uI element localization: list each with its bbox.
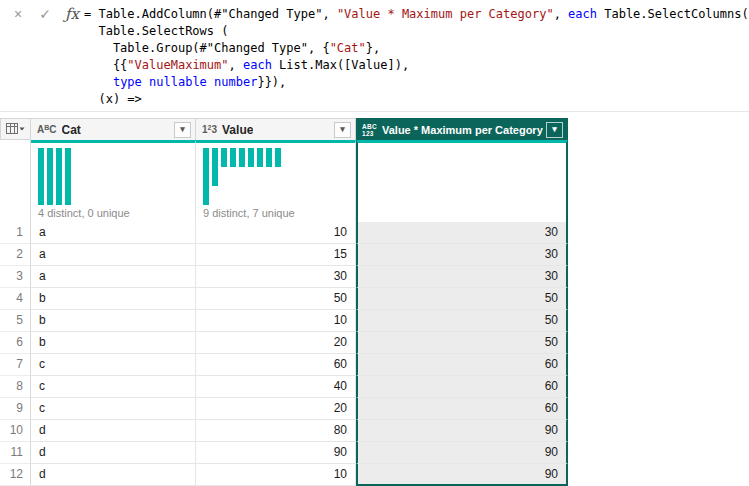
table-row: 3a3030	[0, 266, 749, 288]
table-row: 10d8090	[0, 420, 749, 442]
distinct-unique-text: 4 distinct, 0 unique	[38, 207, 130, 219]
cell-calc[interactable]: 60	[356, 398, 568, 420]
column-profile-value[interactable]: 9 distinct, 7 unique	[196, 140, 356, 222]
formula-segment: Table.Group(#"Changed Type", {	[84, 41, 330, 55]
any-type-abc: ABC	[362, 123, 377, 130]
distribution-bar	[221, 148, 227, 167]
column-header-cat[interactable]: ABCCat▾	[31, 118, 196, 140]
formula-line: = Table.AddColumn(#"Changed Type", "Valu…	[84, 6, 749, 23]
distribution-bar	[56, 148, 62, 205]
formula-line: Table.Group(#"Changed Type", {"Cat"},	[84, 40, 749, 57]
formula-segment: "Value * Maximum per Category"	[337, 7, 554, 21]
cell-value[interactable]: 10	[196, 222, 356, 244]
cell-value[interactable]: 10	[196, 310, 356, 332]
row-number[interactable]: 11	[0, 442, 31, 464]
grid-profile-row: 4 distinct, 0 unique9 distinct, 7 unique	[0, 140, 749, 222]
column-header-value[interactable]: 123Value▾	[196, 118, 356, 140]
formula-segment: Table.SelectRows (	[84, 24, 229, 38]
row-number[interactable]: 4	[0, 288, 31, 310]
data-preview-grid: ABCCat▾123Value▾ABC123Value * Maximum pe…	[0, 118, 749, 486]
any-type-icon[interactable]: ABC123	[362, 123, 377, 137]
commit-checkmark-icon[interactable]: ✓	[36, 4, 54, 24]
cell-calc[interactable]: 30	[356, 244, 568, 266]
row-number[interactable]: 10	[0, 420, 31, 442]
cell-cat[interactable]: b	[31, 310, 196, 332]
row-number[interactable]: 1	[0, 222, 31, 244]
table-row: 8c4060	[0, 376, 749, 398]
formula-code-editor[interactable]: = Table.AddColumn(#"Changed Type", "Valu…	[84, 6, 749, 105]
cell-cat[interactable]: b	[31, 288, 196, 310]
column-header-calc[interactable]: ABC123Value * Maximum per Category▾	[356, 118, 568, 140]
column-label: Cat	[62, 123, 81, 137]
column-profile-calc[interactable]	[356, 140, 568, 222]
filter-dropdown-button[interactable]: ▾	[334, 122, 351, 138]
cell-value[interactable]: 20	[196, 332, 356, 354]
cell-value[interactable]: 15	[196, 244, 356, 266]
cell-value[interactable]: 40	[196, 376, 356, 398]
cell-cat[interactable]: a	[31, 222, 196, 244]
cell-value[interactable]: 50	[196, 288, 356, 310]
cell-cat[interactable]: c	[31, 376, 196, 398]
chevron-down-icon: ▾	[180, 125, 185, 134]
formula-line: {{"ValueMaximum", each List.Max([Value])…	[84, 57, 749, 74]
cell-value[interactable]: 60	[196, 354, 356, 376]
cell-cat[interactable]: a	[31, 244, 196, 266]
cell-cat[interactable]: b	[31, 332, 196, 354]
cell-calc[interactable]: 90	[356, 442, 568, 464]
formula-segment: {{	[84, 58, 127, 72]
cell-value[interactable]: 80	[196, 420, 356, 442]
cell-calc[interactable]: 60	[356, 376, 568, 398]
cell-cat[interactable]: c	[31, 354, 196, 376]
cell-calc[interactable]: 50	[356, 310, 568, 332]
cell-calc[interactable]: 90	[356, 420, 568, 442]
row-number[interactable]: 3	[0, 266, 31, 288]
cell-cat[interactable]: d	[31, 442, 196, 464]
table-menu-icon	[6, 123, 25, 135]
table-row: 5b1050	[0, 310, 749, 332]
row-number[interactable]: 9	[0, 398, 31, 420]
row-number[interactable]: 8	[0, 376, 31, 398]
chevron-down-icon: ▾	[552, 125, 557, 134]
cell-calc[interactable]: 90	[356, 464, 568, 486]
row-number[interactable]: 12	[0, 464, 31, 486]
number-type-icon[interactable]: 123	[202, 124, 217, 135]
distribution-bar	[239, 148, 245, 167]
text-type-icon[interactable]: ABC	[37, 124, 57, 135]
row-number[interactable]: 6	[0, 332, 31, 354]
formula-segment: },	[366, 41, 380, 55]
row-number[interactable]: 2	[0, 244, 31, 266]
fx-icon: ƒx	[63, 4, 81, 24]
cell-calc[interactable]: 50	[356, 332, 568, 354]
cell-calc[interactable]: 30	[356, 266, 568, 288]
formula-segment: ,	[554, 7, 568, 21]
cell-calc[interactable]: 50	[356, 288, 568, 310]
cancel-x-icon[interactable]: ×	[9, 4, 27, 24]
cell-calc[interactable]: 60	[356, 354, 568, 376]
cell-cat[interactable]: a	[31, 266, 196, 288]
filter-dropdown-button[interactable]: ▾	[546, 122, 563, 138]
grid-header-row: ABCCat▾123Value▾ABC123Value * Maximum pe…	[0, 118, 749, 140]
table-row: 1a1030	[0, 222, 749, 244]
select-all-table-button[interactable]	[0, 118, 31, 140]
cell-value[interactable]: 20	[196, 398, 356, 420]
cell-cat[interactable]: d	[31, 420, 196, 442]
column-label: Value	[222, 123, 253, 137]
cell-value[interactable]: 90	[196, 442, 356, 464]
distribution-bar	[47, 148, 53, 205]
distribution-bar	[230, 148, 236, 167]
cell-cat[interactable]: c	[31, 398, 196, 420]
distribution-bar	[65, 148, 71, 205]
row-number[interactable]: 5	[0, 310, 31, 332]
formula-line: type nullable number}}),	[84, 74, 749, 91]
cell-cat[interactable]: d	[31, 464, 196, 486]
cell-value[interactable]: 10	[196, 464, 356, 486]
formula-segment: Table.SelectColumns(	[597, 7, 749, 21]
cell-calc[interactable]: 30	[356, 222, 568, 244]
cell-value[interactable]: 30	[196, 266, 356, 288]
formula-line: Table.SelectRows (	[84, 23, 749, 40]
table-row: 9c2060	[0, 398, 749, 420]
row-number[interactable]: 7	[0, 354, 31, 376]
column-profile-cat[interactable]: 4 distinct, 0 unique	[31, 140, 196, 222]
filter-dropdown-button[interactable]: ▾	[174, 122, 191, 138]
any-type-123: 123	[362, 130, 377, 137]
